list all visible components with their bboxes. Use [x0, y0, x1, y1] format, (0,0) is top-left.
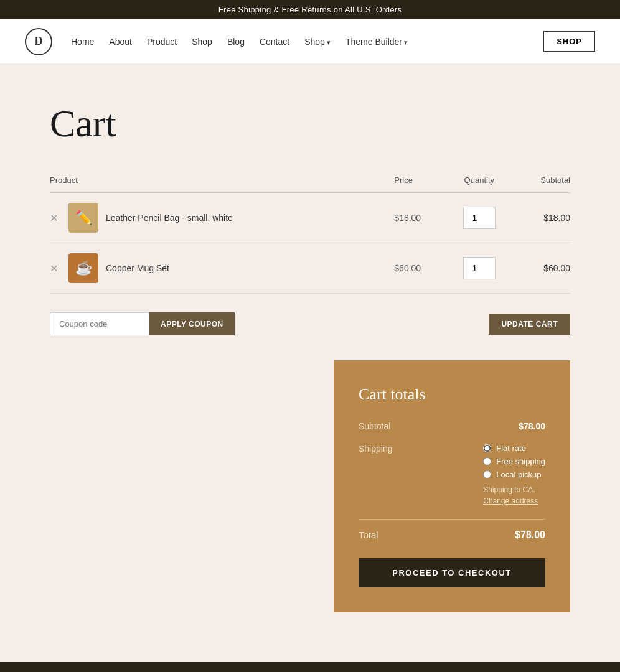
change-address-link[interactable]: Change address	[483, 497, 538, 505]
coupon-input[interactable]	[50, 312, 149, 335]
banner-text: Free Shipping & Free Returns on All U.S.…	[218, 5, 402, 14]
total-row: Total $78.00	[359, 530, 545, 541]
shipping-option-local[interactable]: Local pickup	[483, 470, 545, 479]
total-label: Total	[359, 530, 378, 541]
shipping-note: Shipping to CA. Change address	[483, 484, 545, 506]
shipping-label: Shipping	[359, 444, 393, 506]
cart-totals-wrapper: Cart totals Subtotal $78.00 Shipping Fla…	[50, 360, 570, 612]
logo[interactable]: D	[25, 28, 52, 55]
product-cell-2: Copper Mug Set	[68, 253, 394, 283]
table-row: ✕ Copper Mug Set $60.00 $60.00	[50, 243, 570, 294]
nav-product[interactable]: Product	[147, 37, 177, 47]
cart-totals-title: Cart totals	[359, 385, 545, 404]
remove-item-2-button[interactable]: ✕	[50, 263, 63, 274]
product-subtotal-1: $18.00	[511, 193, 570, 243]
cart-actions: APPLY COUPON UPDATE CART	[50, 312, 570, 335]
update-cart-button[interactable]: UPDATE CART	[489, 314, 570, 335]
subtotal-value: $78.00	[519, 421, 545, 431]
table-row: ✕ Leather Pencil Bag - small, white $18.…	[50, 193, 570, 243]
cart-table: Product Price Quantity Subtotal ✕ Leathe…	[50, 170, 570, 294]
quantity-input-1[interactable]	[463, 207, 496, 229]
header: D Home About Product Shop Blog Contact S…	[0, 19, 620, 64]
quantity-input-2[interactable]	[463, 257, 496, 279]
nav-contact[interactable]: Contact	[260, 37, 289, 47]
shipping-row: Shipping Flat rate Free shipping	[359, 444, 545, 506]
product-price-1: $18.00	[394, 193, 447, 243]
product-name-2: Copper Mug Set	[106, 263, 169, 273]
shipping-flat-label: Flat rate	[496, 444, 526, 453]
nav-about[interactable]: About	[109, 37, 132, 47]
nav-shop[interactable]: Shop	[192, 37, 212, 47]
product-thumb-2	[68, 253, 98, 283]
col-quantity: Quantity	[447, 170, 511, 193]
shipping-options: Flat rate Free shipping Local pickup	[483, 444, 545, 479]
cart-totals: Cart totals Subtotal $78.00 Shipping Fla…	[334, 360, 570, 612]
product-subtotal-2: $60.00	[511, 243, 570, 294]
nav-home[interactable]: Home	[71, 37, 94, 47]
footer: ✦ About Tiam pulvinar vestibulum mollis.…	[0, 662, 620, 672]
nav-shop-dropdown[interactable]: Shop	[304, 37, 331, 47]
shipping-radio-local[interactable]	[483, 470, 491, 478]
shipping-options-container: Flat rate Free shipping Local pickup Shi…	[483, 444, 545, 506]
apply-coupon-button[interactable]: APPLY COUPON	[149, 312, 235, 335]
product-price-2: $60.00	[394, 243, 447, 294]
page-title: Cart	[50, 101, 570, 146]
nav-theme-builder[interactable]: Theme Builder	[345, 37, 408, 47]
shipping-free-label: Free shipping	[496, 457, 545, 466]
top-banner: Free Shipping & Free Returns on All U.S.…	[0, 0, 620, 19]
col-subtotal: Subtotal	[511, 170, 570, 193]
nav-blog[interactable]: Blog	[227, 37, 245, 47]
shipping-option-free[interactable]: Free shipping	[483, 457, 545, 466]
product-cell-1: Leather Pencil Bag - small, white	[68, 203, 394, 233]
main-content: Cart Product Price Quantity Subtotal ✕ L…	[0, 64, 620, 662]
col-product: Product	[50, 170, 394, 193]
col-price: Price	[394, 170, 447, 193]
shipping-local-label: Local pickup	[496, 470, 541, 479]
main-nav: Home About Product Shop Blog Contact Sho…	[71, 37, 543, 47]
total-value: $78.00	[515, 530, 545, 541]
proceed-checkout-button[interactable]: PROCEED TO CHECKOUT	[359, 558, 545, 587]
shop-header-button[interactable]: SHOP	[543, 31, 595, 52]
subtotal-label: Subtotal	[359, 421, 390, 431]
coupon-area: APPLY COUPON	[50, 312, 235, 335]
shipping-option-flat[interactable]: Flat rate	[483, 444, 545, 453]
product-thumb-1	[68, 203, 98, 233]
shipping-radio-free[interactable]	[483, 457, 491, 465]
shipping-radio-flat[interactable]	[483, 444, 491, 452]
remove-item-1-button[interactable]: ✕	[50, 212, 63, 224]
subtotal-row: Subtotal $78.00	[359, 421, 545, 431]
product-name-1: Leather Pencil Bag - small, white	[106, 213, 233, 223]
